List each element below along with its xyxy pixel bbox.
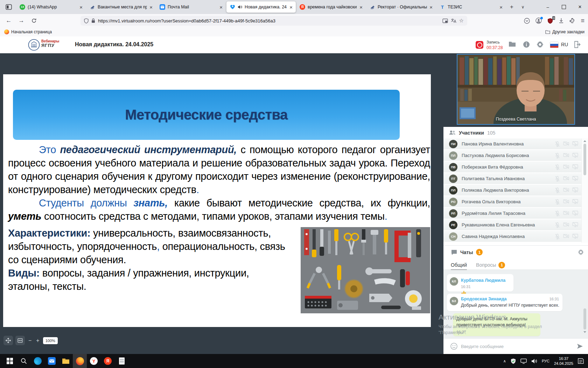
url-text[interactable]: https://mv1.virtualroom.ru/room?userSess… (98, 18, 440, 23)
new-tab-button[interactable]: + (506, 1, 517, 13)
account-icon[interactable] (536, 18, 542, 24)
camera-off-icon[interactable] (563, 211, 569, 215)
tray-expand-icon[interactable]: ∧ (503, 359, 506, 363)
pan-tool-button[interactable] (4, 336, 13, 345)
yagpu-logo[interactable] (28, 39, 40, 51)
mic-off-icon[interactable] (555, 164, 560, 170)
participant-row[interactable]: ПИ Панова Ирина Валентиновна (443, 138, 582, 150)
zoom-in-button[interactable]: + (35, 338, 40, 344)
russia-flag-icon[interactable] (550, 42, 559, 48)
camera-off-icon[interactable] (563, 234, 569, 238)
close-tab-icon[interactable]: × (499, 5, 503, 10)
bookmark-home[interactable]: Начальная страница (4, 29, 52, 34)
tab-webinar-active[interactable]: Новая дидактика. 24.0 × (226, 1, 296, 13)
scroll-up-icon[interactable] (583, 140, 586, 142)
camera-off-icon[interactable] (563, 199, 569, 204)
mail-app-icon[interactable] (45, 354, 59, 368)
fit-width-button[interactable] (15, 336, 25, 345)
volume-icon[interactable] (531, 359, 537, 364)
start-button[interactable] (3, 354, 17, 368)
screenshare-off-icon[interactable] (572, 199, 578, 204)
scrollbar-thumb[interactable] (583, 144, 586, 175)
tab-audio-icon[interactable] (238, 5, 242, 9)
send-message-icon[interactable] (577, 343, 583, 349)
scroll-down-icon[interactable] (583, 331, 586, 333)
forward-button[interactable]: → (17, 16, 26, 25)
mic-off-icon[interactable] (555, 222, 560, 228)
zoom-out-button[interactable]: − (27, 338, 33, 344)
close-tab-icon[interactable]: × (79, 5, 83, 10)
translate-icon[interactable] (451, 18, 456, 23)
firefox-taskbar-icon[interactable] (73, 354, 87, 368)
firefox-view-icon[interactable] (4, 2, 14, 12)
participant-row[interactable]: СН Савина Надежда Николаевна (443, 231, 582, 243)
chat-scrollbar[interactable] (582, 270, 588, 338)
close-tab-icon[interactable]: × (219, 5, 223, 10)
shield-icon[interactable] (84, 18, 89, 23)
yandex-app-icon[interactable]: Я (101, 354, 115, 368)
screenshare-off-icon[interactable] (572, 234, 578, 239)
emoji-smiley-icon[interactable] (450, 343, 457, 350)
tab-yandex-search[interactable]: Я времена года чайковский × (296, 1, 366, 13)
camera-off-icon[interactable] (563, 141, 569, 146)
reload-button[interactable] (29, 16, 38, 25)
close-tab-icon[interactable]: × (359, 5, 363, 10)
mic-off-icon[interactable] (555, 153, 560, 158)
tab-chat-general[interactable]: Общий (451, 259, 467, 270)
picture-in-picture-icon[interactable] (442, 19, 448, 23)
tab-rektorat[interactable]: Ректорат · Официальный × (366, 1, 436, 13)
screenshare-off-icon[interactable] (572, 141, 578, 146)
bookmark-star-icon[interactable]: ☆ (459, 18, 464, 24)
camera-off-icon[interactable] (563, 164, 569, 169)
record-button[interactable] (476, 41, 483, 49)
mic-off-icon[interactable] (555, 141, 560, 147)
yandex-browser-icon[interactable]: Y (87, 354, 101, 368)
tab-whatsapp[interactable]: 14 (14) WhatsApp × (16, 1, 86, 13)
participant-row[interactable]: ПЛ Пастухова Людмила Борисовна (443, 150, 582, 162)
clock[interactable]: 16:37 24.04.2025 (554, 356, 573, 366)
lock-icon[interactable] (91, 18, 95, 23)
message-input[interactable] (460, 343, 574, 349)
language-label[interactable]: RU (561, 42, 568, 47)
back-button[interactable]: ← (4, 16, 13, 25)
screenshare-off-icon[interactable] (572, 176, 578, 181)
window-close-button[interactable]: × (572, 0, 588, 14)
close-tab-icon[interactable]: × (289, 5, 293, 10)
participant-row[interactable]: ПВ Поберезкая Вита Фёдоровна (443, 162, 582, 173)
screenshare-off-icon[interactable] (572, 211, 578, 216)
participant-row[interactable]: ПЛ Полякова Людмила Викторовна (443, 185, 582, 196)
chat-settings-gear-icon[interactable] (578, 249, 584, 255)
camera-off-icon[interactable] (563, 153, 569, 157)
speaker-video[interactable]: Поздеева Светлана (457, 54, 575, 125)
message-author[interactable]: Курбатова Людмила (461, 278, 505, 283)
pocket-icon[interactable] (524, 18, 530, 24)
list-tabs-icon[interactable]: ∨ (517, 1, 528, 13)
ublock-icon[interactable]: 3 (547, 18, 553, 24)
mic-off-icon[interactable] (555, 211, 560, 216)
window-restore-button[interactable] (556, 0, 572, 14)
participants-scrollbar[interactable] (581, 138, 588, 243)
document-app-icon[interactable] (115, 354, 129, 368)
message-author[interactable]: Бродовская Зинаида (461, 297, 559, 301)
screenshare-off-icon[interactable] (572, 188, 578, 192)
screenshare-off-icon[interactable] (572, 164, 578, 169)
mic-off-icon[interactable] (555, 188, 560, 193)
tab-tezis[interactable]: T ТЕЗИС × (436, 1, 506, 13)
network-display-icon[interactable] (520, 359, 527, 364)
close-tab-icon[interactable]: × (149, 5, 153, 10)
camera-off-icon[interactable] (563, 176, 569, 180)
settings-gear-icon[interactable] (537, 41, 544, 48)
other-bookmarks[interactable]: Другие закладки (545, 29, 584, 34)
downloads-icon[interactable] (559, 18, 564, 23)
screenshare-off-icon[interactable] (572, 222, 578, 227)
url-bar[interactable]: https://mv1.virtualroom.ru/room?userSess… (80, 16, 467, 26)
participant-row[interactable]: РО Рогачева Ольга Викторовна (443, 196, 582, 208)
participant-row[interactable]: РЕ Рукавишникова Елена Евгеньевна (443, 219, 582, 231)
info-icon[interactable] (523, 41, 530, 48)
close-tab-icon[interactable]: × (429, 5, 433, 10)
leave-room-icon[interactable] (574, 41, 581, 48)
search-icon[interactable] (17, 354, 31, 368)
mic-off-icon[interactable] (555, 234, 560, 239)
participant-row[interactable]: ПТ Политаева Татьяна Ивановна (443, 173, 582, 185)
window-minimize-button[interactable]: – (540, 0, 556, 14)
